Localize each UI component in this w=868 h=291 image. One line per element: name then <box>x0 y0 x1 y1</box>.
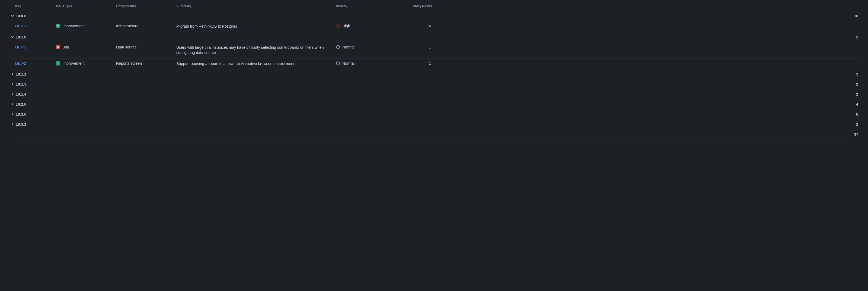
components-cell: Data source <box>116 45 176 49</box>
svg-point-2 <box>336 62 340 65</box>
group-points: 2 <box>824 122 859 126</box>
group-row[interactable]: 10.3.12 <box>9 119 859 130</box>
priority-normal-icon <box>336 61 340 66</box>
col-key-header[interactable]: Key <box>15 4 56 8</box>
issue-key-link[interactable]: DEV-2 <box>15 61 26 66</box>
group-row[interactable]: 10.1.13 <box>9 69 859 79</box>
group-version: 10.2.0 <box>16 102 823 106</box>
summary-cell: Support opening a report in a new tab vi… <box>176 61 336 67</box>
group-version: 10.1.3 <box>16 82 823 86</box>
priority-label: Normal <box>342 61 354 66</box>
group-version: 10.0.0 <box>16 14 823 18</box>
group-points: 2 <box>824 92 859 96</box>
group-version: 10.1.1 <box>16 72 823 76</box>
issue-type-label: Bug <box>62 45 69 49</box>
group-points: 2 <box>824 82 859 86</box>
group-points: 4 <box>824 102 859 106</box>
components-cell: Reports screen <box>116 61 176 66</box>
svg-point-0 <box>57 46 59 48</box>
chevron-right-icon <box>10 122 14 126</box>
total-points: 37 <box>854 132 858 137</box>
improvement-icon <box>56 61 60 66</box>
svg-point-1 <box>336 45 340 49</box>
issue-key-link[interactable]: DEV-3 <box>15 45 26 49</box>
group-row[interactable]: 10.1.42 <box>9 89 859 99</box>
table-row: DEV-3BugData sourceUsers with large Jira… <box>9 42 859 59</box>
group-points: 2 <box>824 35 859 39</box>
col-priority-header[interactable]: Priority <box>336 4 397 8</box>
col-summary-header[interactable]: Summary <box>176 4 336 8</box>
improvement-icon <box>56 24 60 28</box>
components-cell: Infrastructure <box>116 24 176 28</box>
points-cell: 1 <box>397 45 432 49</box>
group-row[interactable]: 10.2.04 <box>9 99 859 109</box>
group-version: 10.1.0 <box>16 35 823 39</box>
bug-icon <box>56 45 60 49</box>
group-row[interactable]: 10.1.32 <box>9 79 859 89</box>
group-version: 10.1.4 <box>16 92 823 96</box>
table-row: DEV-1ImprovementInfrastructureMigrate fr… <box>9 21 859 32</box>
group-points: 3 <box>824 72 859 76</box>
chevron-right-icon <box>10 102 14 106</box>
table-header: Key Issue Type Components Summary Priori… <box>9 3 859 11</box>
issue-table: Key Issue Type Components Summary Priori… <box>9 3 859 139</box>
issue-type-label: Improvement <box>62 61 85 66</box>
group-row[interactable]: 10.0.016 <box>9 11 859 21</box>
priority-normal-icon <box>336 45 340 49</box>
summary-cell: Migrate from RethinkDB to Postgres <box>176 24 336 29</box>
col-components-header[interactable]: Components <box>116 4 176 8</box>
group-row[interactable]: 10.3.06 <box>9 109 859 119</box>
total-row: 37 <box>9 130 859 139</box>
priority-high-icon <box>336 24 340 28</box>
points-cell: 1 <box>397 61 432 66</box>
group-version: 10.3.0 <box>16 112 823 116</box>
col-issuetype-header[interactable]: Issue Type <box>56 4 116 8</box>
chevron-right-icon <box>10 82 14 86</box>
chevron-down-icon <box>10 14 14 18</box>
chevron-right-icon <box>10 112 14 116</box>
issue-type-label: Improvement <box>62 24 85 28</box>
group-points: 16 <box>824 14 859 18</box>
col-storypoints-header[interactable]: Story Points <box>397 4 432 8</box>
points-cell: 16 <box>397 24 432 28</box>
chevron-right-icon <box>10 72 14 76</box>
issue-key-link[interactable]: DEV-1 <box>15 24 26 28</box>
summary-cell: Users with large Jira instances may have… <box>176 45 336 56</box>
chevron-down-icon <box>10 35 14 39</box>
priority-label: Normal <box>342 45 354 49</box>
chevron-right-icon <box>10 92 14 96</box>
group-points: 6 <box>824 112 859 116</box>
priority-label: High <box>342 24 350 28</box>
group-row[interactable]: 10.1.02 <box>9 32 859 42</box>
group-version: 10.3.1 <box>16 122 823 126</box>
table-row: DEV-2ImprovementReports screenSupport op… <box>9 59 859 70</box>
